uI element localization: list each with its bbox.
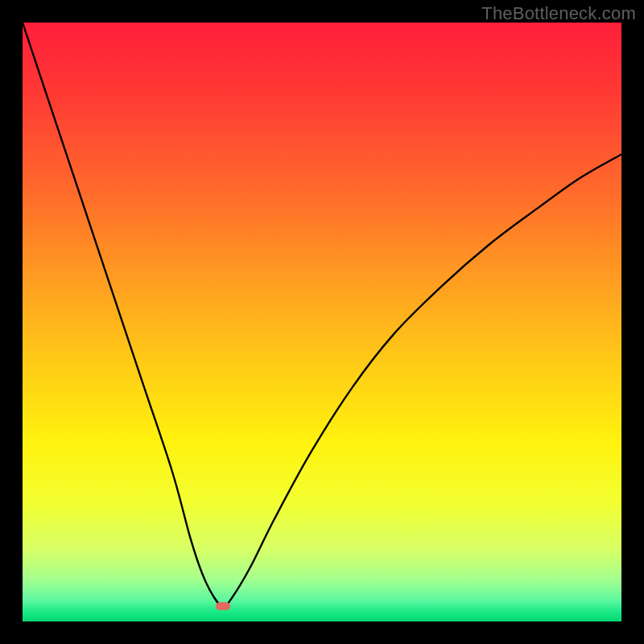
optimal-point-marker	[216, 602, 230, 610]
watermark-text: TheBottleneck.com	[481, 3, 636, 24]
chart-curve-layer	[23, 23, 621, 621]
bottleneck-curve	[23, 23, 621, 606]
chart-frame	[23, 23, 621, 621]
